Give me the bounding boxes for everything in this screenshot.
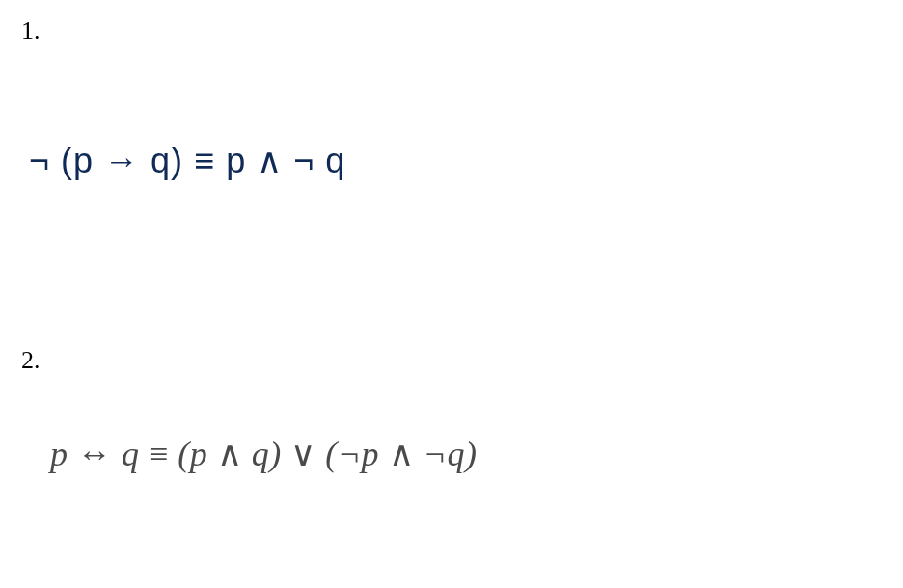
arrow-symbol: → <box>104 141 140 180</box>
p-symbol: p <box>50 435 68 473</box>
problem-1-expression: ¬ (p → q) ≡ p ∧ ¬ q <box>29 140 882 181</box>
open-paren-negp: (¬p <box>325 435 379 473</box>
problem-1-number: 1. <box>21 15 882 45</box>
p-symbol: p <box>226 141 246 180</box>
neg-symbol: ¬ <box>293 141 315 180</box>
q-close-paren: q) <box>252 435 282 473</box>
problem-2-number: 2. <box>21 345 882 375</box>
and-symbol: ∧ <box>217 435 243 473</box>
q-symbol: q <box>122 435 140 473</box>
equiv-symbol: ≡ <box>149 435 169 473</box>
open-paren-p: (p <box>61 141 94 180</box>
problem-2-expression: p ↔ q ≡ (p ∧ q) ∨ (¬p ∧ ¬q) <box>50 434 882 475</box>
biimp-symbol: ↔ <box>77 435 113 473</box>
and-symbol: ∧ <box>389 435 415 473</box>
or-symbol: ∨ <box>290 435 316 473</box>
neg-symbol: ¬ <box>29 141 50 180</box>
open-paren-p: (p <box>178 435 207 473</box>
negq-close-paren: ¬q) <box>424 435 478 473</box>
q-symbol: q <box>325 141 345 180</box>
q-close-paren: q) <box>150 141 183 180</box>
equiv-symbol: ≡ <box>194 141 215 180</box>
and-symbol: ∧ <box>257 141 283 180</box>
